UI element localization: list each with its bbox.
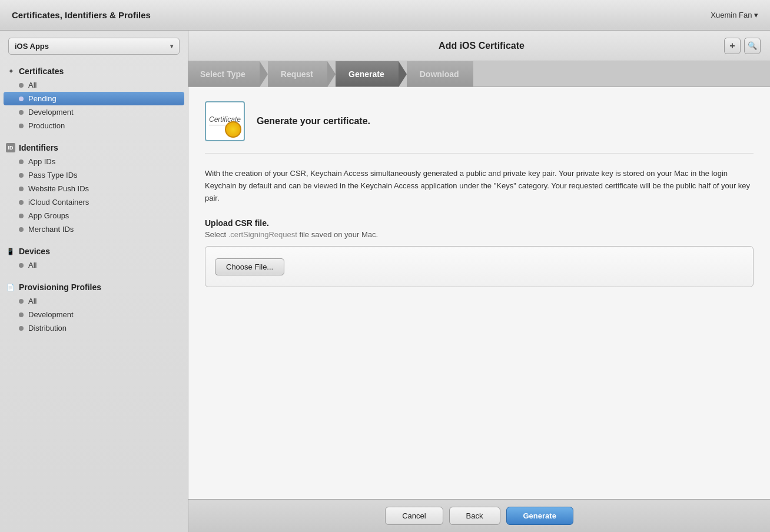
- app-title: Certificates, Identifiers & Profiles: [12, 10, 151, 20]
- search-icon: 🔍: [748, 41, 757, 50]
- bullet-icon: [19, 200, 24, 205]
- breadcrumb-label: Request: [281, 69, 313, 79]
- breadcrumb-request: Request: [260, 61, 327, 87]
- sidebar-item-label: iCloud Containers: [28, 198, 89, 207]
- provisioning-section-header: 📄 Provisioning Profiles: [0, 278, 188, 294]
- platform-dropdown[interactable]: iOS Apps ▾: [8, 38, 180, 55]
- content-area: Add iOS Certificate + 🔍 Select Type Requ…: [188, 31, 770, 532]
- content-title: Add iOS Certificate: [239, 41, 724, 51]
- sidebar-item-certificates-development[interactable]: Development: [0, 105, 188, 119]
- add-icon: +: [729, 41, 735, 51]
- sidebar-item-label: Development: [28, 310, 74, 319]
- file-upload-box: Choose File...: [205, 246, 754, 287]
- cert-heading: Generate your certificate.: [257, 116, 370, 127]
- cert-section: Certificate Generate your certificate.: [205, 101, 754, 154]
- sidebar-item-label: Production: [28, 121, 65, 130]
- provisioning-label: Provisioning Profiles: [19, 282, 101, 292]
- bullet-icon: [19, 326, 24, 331]
- bullet-icon: [19, 83, 24, 88]
- sidebar-item-icloud-containers[interactable]: iCloud Containers: [0, 195, 188, 209]
- description-text: With the creation of your CSR, Keychain …: [205, 168, 754, 204]
- certificates-section-header: ✦ Certificates: [0, 62, 188, 78]
- main-layout: iOS Apps ▾ ✦ Certificates All Pending De…: [0, 31, 770, 532]
- sidebar-item-merchant-ids[interactable]: Merchant IDs: [0, 222, 188, 236]
- sidebar-item-website-push-ids[interactable]: Website Push IDs: [0, 182, 188, 195]
- sidebar-item-profiles-all[interactable]: All: [0, 294, 188, 308]
- sidebar-item-pass-type-ids[interactable]: Pass Type IDs: [0, 168, 188, 182]
- platform-label: iOS Apps: [15, 42, 49, 51]
- certificates-label: Certificates: [19, 66, 64, 76]
- generate-button[interactable]: Generate: [506, 507, 573, 525]
- sidebar-item-label: All: [28, 261, 36, 270]
- add-button[interactable]: +: [724, 38, 741, 54]
- user-menu[interactable]: Xuemin Fan ▾: [711, 11, 758, 19]
- sidebar-item-label: Development: [28, 108, 74, 117]
- content-footer: Cancel Back Generate: [188, 499, 770, 532]
- breadcrumb-label: Download: [420, 69, 459, 79]
- sidebar-item-label: All: [28, 81, 36, 89]
- sidebar-item-app-ids[interactable]: App IDs: [0, 155, 188, 168]
- sidebar-item-label: Merchant IDs: [28, 225, 74, 234]
- bullet-icon: [19, 124, 24, 128]
- content-body: Certificate Generate your certificate. W…: [188, 87, 770, 499]
- provisioning-icon: 📄: [6, 282, 15, 292]
- devices-icon: 📱: [6, 247, 15, 256]
- bullet-icon: [19, 173, 24, 178]
- bullet-icon: [19, 97, 24, 101]
- certificates-icon: ✦: [6, 66, 15, 76]
- sidebar-item-label: All: [28, 297, 36, 305]
- header-buttons: + 🔍: [724, 38, 761, 54]
- upload-subtitle: Select .certSigningRequest file saved on…: [205, 230, 754, 239]
- search-button[interactable]: 🔍: [744, 38, 761, 54]
- csr-file-type: .certSigningRequest: [228, 230, 297, 239]
- bullet-icon: [19, 263, 24, 268]
- bullet-icon: [19, 312, 24, 317]
- sidebar-item-profiles-development[interactable]: Development: [0, 308, 188, 321]
- breadcrumb-download: Download: [399, 61, 473, 87]
- cert-seal-icon: [225, 121, 241, 138]
- content-header: Add iOS Certificate + 🔍: [188, 31, 770, 61]
- sidebar-item-label: Distribution: [28, 324, 67, 332]
- bullet-icon: [19, 110, 24, 115]
- devices-label: Devices: [19, 247, 50, 256]
- upload-title: Upload CSR file.: [205, 218, 754, 228]
- sidebar-item-label: Pass Type IDs: [28, 171, 78, 179]
- sidebar-item-label: App Groups: [28, 211, 69, 220]
- sidebar-item-app-groups[interactable]: App Groups: [0, 209, 188, 222]
- bullet-icon: [19, 214, 24, 218]
- breadcrumb-bar: Select Type Request Generate Download: [188, 61, 770, 87]
- choose-file-button[interactable]: Choose File...: [215, 258, 284, 275]
- identifiers-section-header: ID Identifiers: [0, 138, 188, 155]
- sidebar-item-label: Website Push IDs: [28, 184, 89, 193]
- back-button[interactable]: Back: [449, 507, 500, 525]
- breadcrumb-select-type: Select Type: [188, 61, 260, 87]
- title-bar: Certificates, Identifiers & Profiles Xue…: [0, 0, 770, 31]
- bullet-icon: [19, 187, 24, 191]
- identifiers-icon: ID: [6, 143, 15, 152]
- breadcrumb-label: Select Type: [200, 69, 245, 79]
- devices-section-header: 📱 Devices: [0, 242, 188, 258]
- bullet-icon: [19, 227, 24, 232]
- sidebar-item-certificates-all[interactable]: All: [0, 78, 188, 92]
- sidebar-item-label: Pending: [28, 94, 57, 103]
- breadcrumb-generate: Generate: [327, 61, 399, 87]
- bullet-icon: [19, 159, 24, 164]
- sidebar-item-label: App IDs: [28, 157, 55, 166]
- bullet-icon: [19, 299, 24, 304]
- identifiers-label: Identifiers: [19, 143, 58, 152]
- sidebar-item-certificates-production[interactable]: Production: [0, 119, 188, 132]
- breadcrumb-label: Generate: [349, 69, 384, 79]
- dropdown-arrow-icon: ▾: [170, 43, 173, 49]
- cancel-button[interactable]: Cancel: [385, 507, 443, 525]
- sidebar-item-profiles-distribution[interactable]: Distribution: [0, 321, 188, 335]
- sidebar: iOS Apps ▾ ✦ Certificates All Pending De…: [0, 31, 188, 532]
- sidebar-item-certificates-pending[interactable]: Pending: [4, 92, 184, 105]
- sidebar-item-devices-all[interactable]: All: [0, 258, 188, 272]
- certificate-icon: Certificate: [205, 101, 245, 141]
